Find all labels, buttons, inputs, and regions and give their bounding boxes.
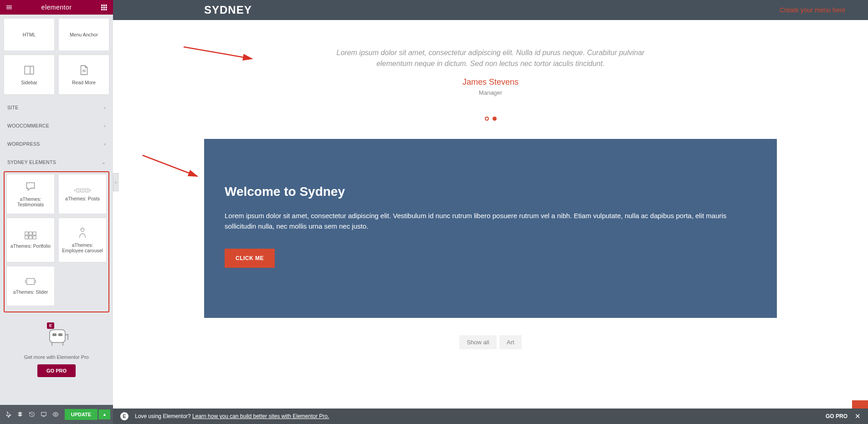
history-icon[interactable]	[26, 408, 37, 421]
navigator-icon[interactable]	[15, 408, 26, 421]
go-pro-bottom-button[interactable]: GO PRO	[826, 413, 847, 419]
cta-section[interactable]: Welcome to Sydney Lorem ipsum dolor sit …	[204, 139, 777, 318]
category-label: WORDPRESS	[7, 141, 40, 147]
widget-slider[interactable]: aThemes: Slider	[6, 266, 55, 306]
person-icon	[77, 227, 87, 240]
widget-html[interactable]: HTML	[4, 18, 55, 51]
svg-rect-4	[103, 7, 105, 8]
sidebar: elementor HTML Menu Anchor Sidebar	[0, 0, 113, 424]
svg-rect-18	[33, 236, 36, 239]
promo-link[interactable]: Learn how you can build better sites wit…	[192, 413, 329, 419]
svg-rect-6	[101, 9, 103, 10]
svg-rect-23	[58, 333, 62, 336]
widget-label: aThemes: Posts	[65, 196, 100, 201]
svg-rect-21	[50, 330, 65, 342]
document-icon	[78, 64, 90, 77]
preview-content: Lorem ipsum dolor sit amet, consectetur …	[113, 20, 868, 409]
widget-label: aThemes: Employee carousel	[61, 242, 104, 253]
filter-art[interactable]: Art	[499, 335, 522, 349]
svg-rect-15	[33, 232, 36, 235]
svg-rect-1	[103, 5, 105, 6]
collapse-tab[interactable]: ‹	[113, 173, 118, 191]
category-label: WOOCOMMERCE	[7, 123, 49, 128]
carousel-dot-active[interactable]	[493, 117, 497, 121]
widget-read-more[interactable]: Read More	[58, 55, 109, 95]
preview-canvas: SYDNEY Create your menu here Lorem ipsum…	[113, 0, 868, 424]
widget-label: Read More	[72, 80, 96, 85]
widget-panel: HTML Menu Anchor Sidebar Read Mo	[0, 15, 113, 405]
pro-mascot-icon: E	[41, 322, 72, 348]
category-sydney-elements[interactable]: SYDNEY ELEMENTS ⌄	[4, 153, 109, 171]
svg-text:E: E	[49, 323, 52, 328]
update-button[interactable]: UPDATE	[65, 409, 98, 420]
testimonial-name: James Stevens	[327, 77, 655, 87]
svg-rect-5	[105, 7, 107, 8]
posts-icon: ‹◫◫◫›	[74, 187, 91, 193]
pro-text: Get more with Elementor Pro	[4, 354, 109, 360]
grid-icon	[25, 231, 36, 240]
svg-rect-22	[52, 333, 56, 336]
chevron-right-icon: ›	[104, 105, 106, 110]
chevron-right-icon: ›	[104, 123, 106, 128]
category-label: SYDNEY ELEMENTS	[7, 159, 56, 165]
svg-line-31	[143, 155, 197, 176]
widget-label: aThemes: Slider	[13, 289, 48, 295]
site-logo[interactable]: SYDNEY	[204, 4, 252, 16]
svg-rect-16	[25, 236, 28, 239]
svg-rect-13	[25, 232, 28, 235]
filter-show-all[interactable]: Show all	[459, 335, 496, 349]
scroll-to-top-button[interactable]	[852, 400, 868, 409]
category-wordpress[interactable]: WORDPRESS ›	[4, 135, 109, 153]
responsive-icon[interactable]	[38, 408, 49, 421]
svg-rect-3	[101, 7, 103, 8]
category-woocommerce[interactable]: WOOCOMMERCE ›	[4, 117, 109, 135]
cta-text: Lorem ipsum dolor sit amet, consectetur …	[225, 211, 756, 231]
category-site[interactable]: SITE ›	[4, 98, 109, 117]
promo-text: Love using Elementor?	[135, 413, 191, 419]
pro-section: E Get more with Elementor Pro GO PRO	[4, 322, 109, 377]
sidebar-header: elementor	[0, 0, 113, 15]
sydney-widgets-highlight: aThemes: Testimonials ‹◫◫◫› aThemes: Pos…	[4, 171, 109, 312]
portfolio-filter: Show all Art	[113, 332, 868, 353]
widget-label: Sidebar	[21, 80, 37, 85]
svg-rect-17	[29, 236, 32, 239]
carousel-dot[interactable]	[485, 117, 489, 121]
svg-rect-7	[103, 9, 105, 10]
preview-icon[interactable]	[50, 408, 61, 421]
svg-line-30	[184, 47, 252, 59]
cta-title: Welcome to Sydney	[225, 184, 756, 199]
svg-rect-28	[41, 412, 46, 416]
annotation-arrow-2	[143, 153, 202, 183]
sidebar-title: elementor	[14, 4, 99, 11]
widget-sidebar[interactable]: Sidebar	[4, 55, 55, 95]
widget-label: Menu Anchor	[70, 32, 98, 37]
svg-rect-9	[25, 66, 34, 74]
go-pro-button[interactable]: GO PRO	[37, 364, 76, 377]
svg-rect-0	[101, 5, 103, 6]
testimonial-role: Manager	[327, 89, 655, 96]
hamburger-icon[interactable]	[5, 3, 14, 12]
update-dropdown[interactable]: ▲	[98, 409, 110, 419]
annotation-arrow-1	[184, 45, 257, 65]
svg-rect-20	[27, 278, 35, 284]
svg-point-29	[55, 414, 56, 415]
widget-portfolio[interactable]: aThemes: Portfolio	[6, 218, 55, 262]
close-icon[interactable]: ✕	[855, 412, 861, 420]
cta-button[interactable]: CLICK ME	[225, 249, 275, 268]
svg-rect-14	[29, 232, 32, 235]
widget-label: aThemes: Portfolio	[10, 243, 51, 249]
widget-testimonials[interactable]: aThemes: Testimonials	[6, 174, 55, 214]
chevron-right-icon: ›	[104, 141, 106, 147]
bottom-promo-bar: E Love using Elementor? Learn how you ca…	[113, 409, 868, 424]
sidebar-footer: UPDATE ▲	[0, 405, 113, 424]
widget-employee-carousel[interactable]: aThemes: Employee carousel	[58, 218, 107, 262]
testimonial-widget[interactable]: Lorem ipsum dolor sit amet, consectetur …	[327, 47, 655, 121]
chevron-down-icon: ⌄	[102, 159, 106, 165]
svg-rect-8	[105, 9, 107, 10]
widget-posts[interactable]: ‹◫◫◫› aThemes: Posts	[58, 174, 107, 214]
menu-placeholder-link[interactable]: Create your menu here	[780, 6, 845, 14]
widgets-grid-icon[interactable]	[99, 3, 108, 12]
settings-icon[interactable]	[3, 408, 14, 421]
widget-label: aThemes: Testimonials	[9, 196, 52, 207]
widget-menu-anchor[interactable]: Menu Anchor	[58, 18, 109, 51]
